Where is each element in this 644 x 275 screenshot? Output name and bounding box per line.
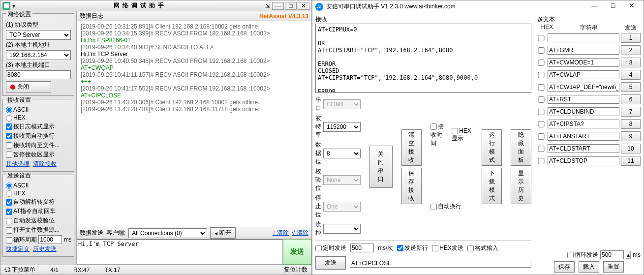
mt-send-button[interactable]: 6 bbox=[621, 94, 641, 104]
runmode-button[interactable]: 运行模式 bbox=[482, 129, 502, 166]
send-loop-check[interactable]: 循环周期 ms bbox=[6, 235, 71, 244]
recv-pause-check[interactable]: 暂停接收区显示 bbox=[6, 151, 71, 159]
recv-logmode-check[interactable]: 按日志模式显示 bbox=[6, 122, 71, 131]
mt-send-button[interactable]: 3 bbox=[621, 58, 641, 67]
baud-select[interactable]: 115200 bbox=[323, 122, 361, 132]
mt-send-button[interactable]: 10 bbox=[621, 144, 641, 153]
timedsend-check[interactable]: 定时发送 bbox=[315, 244, 346, 252]
send-textarea[interactable] bbox=[77, 239, 283, 265]
mt-hex-check[interactable] bbox=[537, 72, 545, 78]
serial-send-input[interactable] bbox=[350, 259, 531, 268]
databits-select[interactable]: 8 bbox=[323, 149, 361, 158]
mt-text-input[interactable] bbox=[548, 58, 619, 67]
mt-hex-check[interactable] bbox=[537, 146, 545, 152]
formatinput-check[interactable]: 格式输入 bbox=[467, 244, 498, 252]
mt-text-input[interactable] bbox=[548, 33, 619, 42]
mt-hex-check[interactable] bbox=[537, 60, 545, 66]
send-checksum-check[interactable]: 自动发送校验位 bbox=[6, 216, 71, 225]
serial-send-button[interactable]: 发送 bbox=[315, 256, 346, 270]
clear-down-link[interactable]: √ 清除 bbox=[292, 229, 308, 237]
mt-send-button[interactable]: 2 bbox=[621, 45, 641, 55]
mt-load-button[interactable]: 载入 bbox=[579, 261, 599, 273]
mt-text-input[interactable] bbox=[548, 83, 619, 92]
send-button[interactable]: 发送 bbox=[283, 239, 311, 265]
mt-hex-check[interactable] bbox=[537, 47, 545, 54]
mt-send-button[interactable]: 4 bbox=[621, 70, 641, 80]
disconnect-button[interactable]: ◂ 断开 bbox=[210, 227, 236, 239]
close-conn-button[interactable]: 关闭 bbox=[6, 81, 51, 92]
close-window-button[interactable]: ✕ bbox=[298, 2, 309, 10]
port-select[interactable]: COM4 bbox=[323, 99, 361, 109]
maximize-button[interactable]: □ bbox=[604, 2, 622, 12]
mt-hex-check[interactable] bbox=[537, 84, 545, 91]
recv-tofile-check[interactable]: 接收转向至文件... bbox=[6, 141, 71, 150]
maximize-button[interactable]: □ bbox=[285, 2, 297, 10]
recv-ascii-radio[interactable]: ASCII bbox=[6, 106, 71, 113]
autowrap-check[interactable]: 自动换行 bbox=[430, 202, 473, 211]
save-recv-button[interactable]: 保存接收 bbox=[401, 168, 422, 204]
showhistory-button[interactable]: 显示历史 bbox=[511, 168, 531, 204]
mt-text-input[interactable] bbox=[548, 95, 619, 104]
recv-autowrap-check[interactable]: 接收完自动换行 bbox=[6, 132, 71, 140]
recv-hex-radio[interactable]: HEX bbox=[6, 114, 26, 121]
minimize-button[interactable]: — bbox=[272, 2, 284, 10]
mt-hex-check[interactable] bbox=[537, 158, 545, 164]
mt-send-button[interactable]: 11 bbox=[621, 156, 641, 166]
mt-reset-button[interactable]: 重置 bbox=[603, 261, 624, 273]
interval-input[interactable] bbox=[350, 244, 374, 252]
mt-hex-check[interactable] bbox=[537, 133, 545, 140]
pin-icon[interactable]: ⇲ bbox=[265, 2, 270, 9]
send-history-link[interactable]: 历史发送 bbox=[33, 245, 57, 252]
mt-send-button[interactable]: 5 bbox=[621, 82, 641, 92]
host-select[interactable]: 192.168.2.164 bbox=[6, 50, 71, 60]
mt-send-button[interactable]: 9 bbox=[621, 131, 641, 141]
send-quick-link[interactable]: 快捷定义 bbox=[6, 245, 30, 252]
hexsend-check[interactable]: HEX发送 bbox=[432, 244, 463, 252]
loopsend-input[interactable] bbox=[600, 250, 624, 259]
spinner-icon[interactable]: ▴ bbox=[626, 251, 631, 259]
sendnewline-check[interactable]: 发送新行 bbox=[397, 244, 428, 252]
send-file-check[interactable]: 打开文件数据源... bbox=[6, 226, 71, 234]
mt-text-input[interactable] bbox=[548, 120, 619, 128]
conn-select[interactable]: All Connections (0) bbox=[128, 228, 207, 238]
menu-icon[interactable]: ▾ bbox=[12, 2, 15, 9]
mt-text-input[interactable] bbox=[548, 132, 619, 141]
mt-hex-check[interactable] bbox=[537, 35, 545, 41]
send-ascii-radio[interactable]: ASCII bbox=[6, 182, 71, 189]
close-window-button[interactable]: ✕ bbox=[623, 2, 641, 12]
hexdisp-check[interactable]: HEX显示 bbox=[452, 127, 473, 143]
mt-text-input[interactable] bbox=[548, 46, 619, 55]
recv-options-link[interactable]: 其他选项 bbox=[6, 160, 30, 167]
loop-period-input[interactable] bbox=[38, 235, 62, 244]
flow-select[interactable] bbox=[323, 224, 361, 234]
mt-save-button[interactable]: 保存 bbox=[554, 261, 575, 273]
netassist-link[interactable]: NetAssist V4.3.13 bbox=[259, 13, 308, 20]
clear-recv-button[interactable]: 清空接收 bbox=[401, 129, 422, 166]
mt-text-input[interactable] bbox=[548, 107, 619, 116]
close-serial-button[interactable]: 关闭串口 bbox=[369, 146, 393, 188]
proto-select[interactable]: TCP Server bbox=[6, 30, 71, 40]
log-box[interactable]: [2019-09-26 10:31:25.891]# Client 192.16… bbox=[77, 21, 311, 227]
mt-send-button[interactable]: 1 bbox=[621, 33, 641, 43]
clear-up-link[interactable]: ↑ 清除 bbox=[273, 229, 289, 237]
dlmode-button[interactable]: 下载模式 bbox=[482, 168, 502, 204]
hidepanel-button[interactable]: 隐藏面板 bbox=[511, 129, 531, 166]
status-reset[interactable]: 复位计数 bbox=[284, 266, 307, 274]
port-input[interactable] bbox=[6, 70, 71, 79]
send-hex-radio[interactable]: HEX bbox=[6, 190, 26, 197]
send-escape-check[interactable]: 自动解析转义符 bbox=[6, 198, 71, 206]
parity-select[interactable]: None bbox=[323, 175, 361, 185]
mt-send-button[interactable]: 7 bbox=[621, 107, 641, 117]
mt-text-input[interactable] bbox=[548, 70, 619, 79]
mt-hex-check[interactable] bbox=[537, 121, 545, 127]
recvtime-check[interactable]: 接收时间 bbox=[430, 122, 447, 148]
mt-text-input[interactable] bbox=[548, 144, 619, 153]
mt-hex-check[interactable] bbox=[537, 109, 545, 115]
mt-text-input[interactable] bbox=[548, 156, 619, 165]
minimize-button[interactable]: — bbox=[585, 2, 603, 12]
send-atcr-check[interactable]: AT指令自动回车 bbox=[6, 207, 71, 215]
recv-box[interactable]: AT+CIPMUX=0 OK AT+CIPSTART="TCP","192.16… bbox=[315, 24, 531, 92]
stop-select[interactable]: One bbox=[323, 202, 361, 212]
loopsend-check[interactable]: 循环发送 bbox=[567, 251, 598, 259]
mt-send-button[interactable]: 8 bbox=[621, 119, 641, 129]
